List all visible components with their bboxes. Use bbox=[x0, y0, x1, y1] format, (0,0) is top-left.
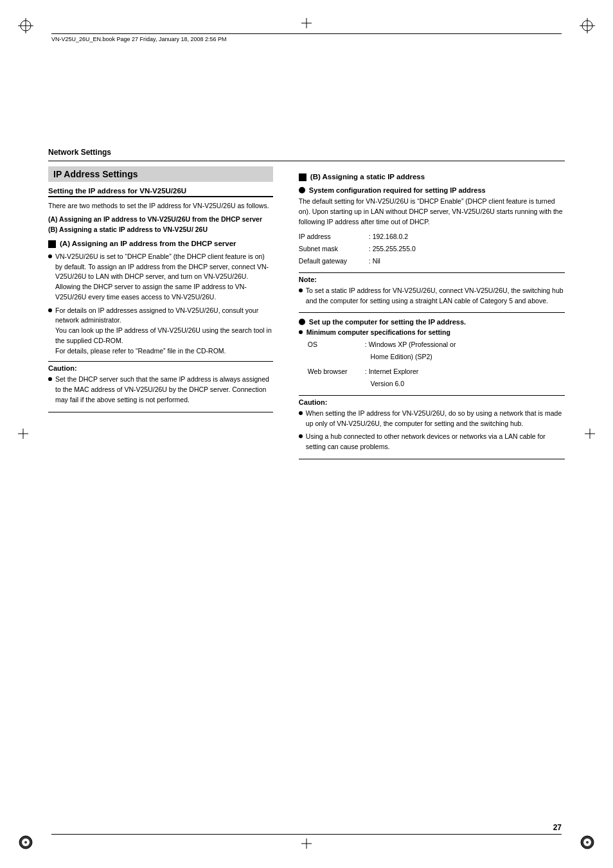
ip-address-settings-title: IP Address Settings bbox=[48, 166, 273, 182]
os-value: : Windows XP (Professional or Home Editi… bbox=[365, 339, 565, 363]
top-divider bbox=[48, 161, 565, 161]
right-column: (B) Assigning a static IP address System… bbox=[286, 166, 565, 465]
setup-computer-heading-text: Set up the computer for setting the IP a… bbox=[309, 318, 466, 326]
caution-bullet-dot bbox=[48, 377, 52, 381]
note-title: Note: bbox=[299, 276, 565, 283]
svg-point-8 bbox=[24, 841, 27, 844]
ip-address-label: IP address bbox=[299, 231, 366, 243]
note-bullet-1-text: To set a static IP address for VN-V25U/2… bbox=[306, 286, 565, 306]
section-a-bullet-1-text: VN-V25U/26U is set to “DHCP Enable” (the… bbox=[55, 252, 273, 303]
caution-right-bullet-1-text: When setting the IP address for VN-V25U/… bbox=[306, 409, 565, 429]
web-browser-value: : Internet Explorer Version 6.0 bbox=[365, 366, 565, 390]
bottom-bar: 27 bbox=[51, 823, 562, 835]
circle-bullet-icon bbox=[299, 187, 305, 193]
note-box: Note: To set a static IP address for VN-… bbox=[299, 272, 565, 314]
top-bar: VN-V25U_26U_EN.book Page 27 Friday, Janu… bbox=[51, 33, 562, 42]
intro-text: There are two methods to set the IP addr… bbox=[48, 201, 273, 211]
ip-table: IP address : 192.168.0.2 Subnet mask : 2… bbox=[299, 231, 565, 267]
note-bullet-1: To set a static IP address for VN-V25U/2… bbox=[299, 286, 565, 306]
caution-right-bullet-dot-2 bbox=[299, 434, 303, 438]
subnet-mask-value: : 255.255.255.0 bbox=[369, 243, 565, 255]
section-a-bullet-2-text: For details on IP addresses assigned to … bbox=[55, 306, 273, 357]
caution-left-bullet-1-text: Set the DHCP server such that the same I… bbox=[55, 375, 273, 405]
default-gateway-value: : Nil bbox=[369, 255, 565, 267]
web-browser-row: Web browser : Internet Explorer Version … bbox=[308, 366, 565, 390]
section-a-bullet-1: VN-V25U/26U is set to “DHCP Enable” (the… bbox=[48, 252, 273, 303]
system-config-body: The default setting for VN-V25U/26U is “… bbox=[299, 197, 565, 227]
section-a-bullet-2: For details on IP addresses assigned to … bbox=[48, 306, 273, 357]
subnet-mask-label: Subnet mask bbox=[299, 243, 366, 255]
min-spec-bullet-dot bbox=[299, 330, 303, 334]
caution-right-bullet-list: When setting the IP address for VN-V25U/… bbox=[299, 409, 565, 452]
caution-left-title: Caution: bbox=[48, 364, 273, 372]
section-b-heading-text: (B) Assigning a static IP address bbox=[310, 173, 425, 181]
caution-left-box: Caution: Set the DHCP server such that t… bbox=[48, 361, 273, 412]
corner-mark-tr bbox=[580, 18, 595, 33]
caution-left-bullet-1: Set the DHCP server such that the same I… bbox=[48, 375, 273, 405]
bullet-dot-icon bbox=[48, 254, 52, 258]
min-spec-heading-text: Minimum computer specifications for sett… bbox=[306, 328, 450, 336]
left-center-crosshair bbox=[18, 429, 28, 440]
corner-mark-tl bbox=[18, 18, 33, 33]
page-number: 27 bbox=[553, 823, 562, 832]
corner-mark-bl bbox=[18, 835, 33, 850]
caution-right-bullet-1: When setting the IP address for VN-V25U/… bbox=[299, 409, 565, 429]
setup-computer-heading: Set up the computer for setting the IP a… bbox=[299, 318, 565, 326]
section-b-heading: (B) Assigning a static IP address bbox=[299, 173, 565, 181]
top-center-crosshair bbox=[301, 18, 312, 30]
os-row: OS : Windows XP (Professional or Home Ed… bbox=[308, 339, 565, 363]
page-container: VN-V25U_26U_EN.book Page 27 Friday, Janu… bbox=[0, 0, 613, 868]
ip-address-value: : 192.168.0.2 bbox=[369, 231, 565, 243]
bottom-center-crosshair bbox=[301, 838, 312, 850]
default-gateway-label: Default gateway bbox=[299, 255, 366, 267]
two-column-layout: IP Address Settings Setting the IP addre… bbox=[48, 166, 565, 465]
caution-right-bullet-2: Using a hub connected to other network d… bbox=[299, 432, 565, 452]
caution-right-bullet-dot-1 bbox=[299, 411, 303, 415]
web-browser-label: Web browser bbox=[308, 366, 362, 390]
svg-point-11 bbox=[586, 841, 589, 844]
caution-right-bullet-2-text: Using a hub connected to other network d… bbox=[306, 432, 565, 452]
caution-right-title: Caution: bbox=[299, 398, 565, 406]
right-center-crosshair bbox=[585, 429, 595, 440]
note-bullet-dot bbox=[299, 288, 303, 292]
os-label: OS bbox=[308, 339, 362, 363]
spec-table: OS : Windows XP (Professional or Home Ed… bbox=[308, 339, 565, 390]
circle-bullet-icon-2 bbox=[299, 319, 305, 325]
left-column: IP Address Settings Setting the IP addre… bbox=[48, 166, 286, 465]
min-spec-heading-row: Minimum computer specifications for sett… bbox=[299, 328, 565, 336]
section-a-heading: (A) Assigning an IP address from the DHC… bbox=[48, 240, 273, 248]
list-a-bold: (A) Assigning an IP address to VN-V25U/2… bbox=[48, 215, 273, 223]
caution-left-bullet-list: Set the DHCP server such that the same I… bbox=[48, 375, 273, 405]
section-a-heading-text: (A) Assigning an IP address from the DHC… bbox=[60, 240, 236, 247]
section-a-bullet-list: VN-V25U/26U is set to “DHCP Enable” (the… bbox=[48, 252, 273, 357]
file-info: VN-V25U_26U_EN.book Page 27 Friday, Janu… bbox=[51, 36, 227, 42]
network-settings-heading: Network Settings bbox=[48, 148, 565, 157]
ip-address-row: IP address : 192.168.0.2 bbox=[299, 231, 565, 243]
note-bullet-list: To set a static IP address for VN-V25U/2… bbox=[299, 286, 565, 306]
list-b-bold: (B) Assigning a static IP address to VN-… bbox=[48, 226, 273, 233]
subsection-title: Setting the IP address for VN-V25U/26U bbox=[48, 187, 273, 197]
black-square-icon-b bbox=[299, 173, 306, 181]
default-gateway-row: Default gateway : Nil bbox=[299, 255, 565, 267]
bullet-dot-icon-2 bbox=[48, 308, 52, 312]
corner-mark-br bbox=[580, 835, 595, 850]
system-config-heading-text: System configuration required for settin… bbox=[309, 186, 486, 194]
main-content: Network Settings IP Address Settings Set… bbox=[39, 148, 574, 465]
caution-right-box: Caution: When setting the IP address for… bbox=[299, 395, 565, 459]
system-config-heading: System configuration required for settin… bbox=[299, 186, 565, 194]
subnet-mask-row: Subnet mask : 255.255.255.0 bbox=[299, 243, 565, 255]
black-square-icon bbox=[48, 240, 56, 248]
